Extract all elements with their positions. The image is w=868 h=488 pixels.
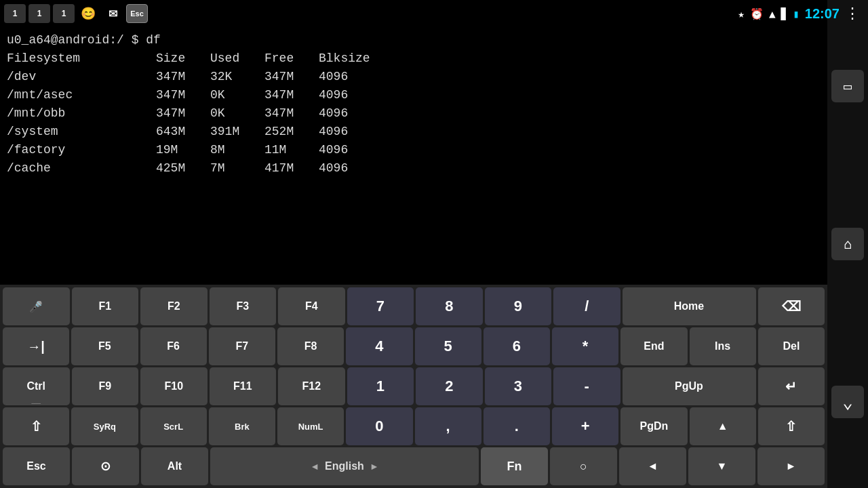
pgdn-key[interactable]: PgDn (620, 407, 687, 445)
right-nav-panel: ▭ ⌂ ⌄ (827, 0, 868, 488)
f9-key[interactable]: F9 (72, 367, 139, 405)
numlock-key[interactable]: NumL (277, 407, 344, 445)
esc-key[interactable]: Esc (3, 447, 70, 485)
language-selector[interactable]: ◄ English ► (210, 447, 479, 485)
language-label: English (325, 460, 364, 472)
asterisk-key[interactable]: * (552, 327, 618, 365)
shift-right-key[interactable]: ⇧ (758, 407, 825, 445)
f7-key[interactable]: F7 (209, 327, 275, 365)
f8-key[interactable]: F8 (277, 327, 344, 365)
plus-key[interactable]: + (552, 407, 618, 445)
keyboard-row-1: 🎤 F1 F2 F3 F4 7 8 9 / Home ⌫ (3, 287, 825, 325)
end-key[interactable]: End (620, 327, 687, 365)
notif-icon-1: 1 (4, 4, 26, 23)
f12-key[interactable]: F12 (278, 367, 345, 405)
shift-left-key[interactable]: ⇧ (3, 407, 69, 445)
num8-key[interactable]: 8 (416, 287, 483, 325)
ctrl-key[interactable]: Ctrl ___ (3, 367, 70, 405)
left-arrow-key[interactable]: ◄ (619, 447, 686, 485)
right-arrow-key[interactable]: ► (757, 447, 825, 485)
f11-key[interactable]: F11 (210, 367, 277, 405)
alarm-icon: ⏰ (750, 7, 764, 20)
keyboard-row-3: Ctrl ___ F9 F10 F11 F12 1 2 3 - PgUp ↵ (3, 367, 825, 405)
num9-key[interactable]: 9 (485, 287, 552, 325)
num6-key[interactable]: 6 (484, 327, 550, 365)
sysrq-key[interactable]: SyRq (71, 407, 138, 445)
f1-key[interactable]: F1 (72, 287, 139, 325)
f2-key[interactable]: F2 (140, 287, 208, 325)
f6-key[interactable]: F6 (140, 327, 207, 365)
slash-key[interactable]: / (553, 287, 620, 325)
terminal-header: Filesystem Size Used Free Blksize (7, 49, 821, 68)
f5-key[interactable]: F5 (71, 327, 138, 365)
table-row: /dev347M32K347M4096 (7, 68, 821, 86)
clock: 12:07 (805, 6, 840, 22)
fn-key[interactable]: Fn (481, 447, 548, 485)
backspace-key[interactable]: ⌫ (758, 287, 825, 325)
terminal-output: u0_a64@android:/ $ df Filesystem Size Us… (0, 27, 827, 285)
enter-key[interactable]: ↵ (758, 367, 825, 405)
scrolllock-key[interactable]: ScrL (140, 407, 207, 445)
ins-key[interactable]: Ins (690, 327, 756, 365)
battery-icon: ▮ (793, 7, 800, 20)
f3-key[interactable]: F3 (210, 287, 277, 325)
notif-mail-icon: ✉ (102, 4, 123, 23)
num2-key[interactable]: 2 (416, 367, 483, 405)
table-row: /system643M391M252M4096 (7, 123, 821, 141)
bluetooth-icon: ★ (738, 7, 745, 20)
keyboard-row-2: →| F5 F6 F7 F8 4 5 6 * End Ins Del (3, 327, 825, 365)
alt-key[interactable]: Alt (141, 447, 208, 485)
table-row: /factory19M8M11M4096 (7, 141, 821, 159)
notif-esc-icon: Esc (126, 4, 148, 23)
signal-icon: ▊ (781, 7, 788, 20)
settings-key[interactable]: ⊙ (72, 447, 139, 485)
wifi-icon: ▲ (769, 7, 776, 20)
terminal-prompt: u0_a64@android:/ $ df (7, 31, 821, 49)
mic-key[interactable]: 🎤 (3, 287, 70, 325)
num7-key[interactable]: 7 (347, 287, 414, 325)
table-row: /mnt/asec347M0K347M4096 (7, 86, 821, 104)
circle-key[interactable]: ○ (550, 447, 617, 485)
minus-key[interactable]: - (553, 367, 620, 405)
num4-key[interactable]: 4 (346, 327, 412, 365)
notif-smiley-icon: 😊 (77, 4, 99, 23)
num3-key[interactable]: 3 (485, 367, 552, 405)
notif-icon-3: 1 (53, 4, 75, 23)
status-bar: ★ ⏰ ▲ ▊ ▮ 12:07 ⋮ (738, 0, 868, 27)
num5-key[interactable]: 5 (415, 327, 481, 365)
nav-recent-button[interactable]: ▭ (831, 70, 864, 102)
comma-key[interactable]: , (415, 407, 481, 445)
tab-key[interactable]: →| (3, 327, 69, 365)
f10-key[interactable]: F10 (140, 367, 208, 405)
break-key[interactable]: Brk (209, 407, 275, 445)
f4-key[interactable]: F4 (278, 287, 345, 325)
notif-icon-2: 1 (28, 4, 50, 23)
table-row: /cache425M7M417M4096 (7, 159, 821, 178)
num0-key[interactable]: 0 (346, 407, 412, 445)
period-key[interactable]: . (484, 407, 550, 445)
keyboard-row-4: ⇧ SyRq ScrL Brk NumL 0 , . + PgDn ▲ ⇧ (3, 407, 825, 445)
table-row: /mnt/obb347M0K347M4096 (7, 104, 821, 123)
del-key[interactable]: Del (758, 327, 825, 365)
lang-left-arrow: ◄ (310, 461, 319, 472)
up-arrow-key[interactable]: ▲ (690, 407, 756, 445)
pgup-key[interactable]: PgUp (623, 367, 756, 405)
down-arrow-key[interactable]: ▼ (688, 447, 755, 485)
keyboard: 🎤 F1 F2 F3 F4 7 8 9 / Home ⌫ →| F5 F6 F7… (0, 285, 827, 488)
home-key[interactable]: Home (623, 287, 756, 325)
menu-dots-button[interactable]: ⋮ (845, 5, 860, 22)
notification-bar: 1 1 1 😊 ✉ Esc (0, 0, 148, 27)
num1-key[interactable]: 1 (347, 367, 414, 405)
nav-home-button[interactable]: ⌂ (831, 228, 864, 260)
keyboard-row-5: Esc ⊙ Alt ◄ English ► Fn ○ ◄ ▼ ► (3, 447, 825, 485)
nav-back-button[interactable]: ⌄ (831, 386, 864, 418)
lang-right-arrow: ► (370, 461, 379, 472)
